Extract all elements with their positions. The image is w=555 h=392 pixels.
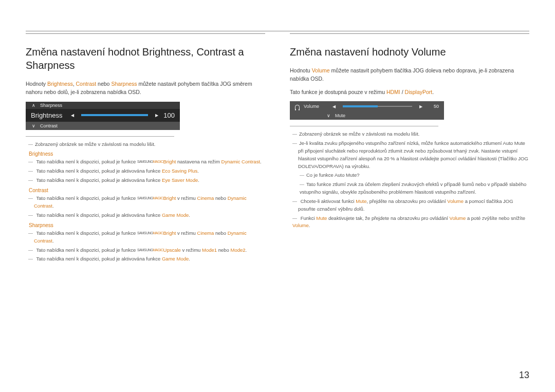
t: Tato nabídka není k dispozici, pokud je …: [36, 168, 162, 174]
chevron-up-icon: ∧: [31, 103, 36, 108]
brightness-slider: [81, 115, 148, 116]
note-model: Zobrazený obrázek se může v závislosti n…: [298, 130, 529, 138]
note: Tato nabídka není k dispozici, pokud je …: [34, 167, 265, 175]
right-column: Změna nastavení hodnoty Volume Hodnotu V…: [290, 33, 529, 265]
note: Tato nabídka není k dispozici, pokud je …: [34, 247, 265, 254]
t: nebo: [217, 247, 230, 253]
volume-osd: Volume ◀ ▶ 50 ∨ Mute: [290, 101, 444, 120]
osd-value: 100: [162, 111, 175, 119]
note-mute: Chcete-li aktivovat funkci Mute, přejdět…: [298, 198, 529, 213]
triangle-left-icon: ◀: [332, 104, 336, 109]
t: MAGICUpscale: [153, 247, 181, 253]
note-automute: Je-li kvalita zvuku připojeného vstupníh…: [298, 140, 529, 170]
brightness-osd: ∧ Sharpness Brightness ◀ ▶ 100 ∨ Contras…: [26, 102, 180, 130]
triangle-right-icon: ▶: [155, 113, 158, 118]
t: .: [189, 212, 190, 218]
t: Game Mode: [162, 212, 189, 218]
osd-volume-value: 50: [427, 104, 439, 109]
right-intro: Hodnotu Volume můžete nastavit pohybem t…: [290, 67, 529, 83]
triangle-left-icon: ◀: [71, 113, 74, 118]
t: .: [198, 177, 199, 183]
kw-hdmi: HDMI: [386, 89, 400, 95]
left-column: Změna nastavení hodnot Brightness, Contr…: [26, 33, 265, 265]
t: Mode2: [231, 247, 246, 253]
kw-contrast: Contrast: [76, 81, 96, 87]
t: MAGICBright: [153, 230, 176, 236]
osd-mute-row: ∨ Mute: [290, 111, 444, 120]
subhead-contrast: Contrast: [29, 188, 265, 193]
t: Volume: [447, 198, 464, 204]
t: Game Mode: [162, 256, 189, 262]
kw-brightness: Brightness: [47, 81, 73, 87]
page-number: 13: [519, 370, 529, 381]
note: Tato nabídka není k dispozici, pokud je …: [34, 158, 265, 166]
slider-fill: [81, 114, 148, 116]
t: v režimu: [176, 195, 197, 201]
t: Cinema: [197, 230, 214, 236]
t: Volume: [292, 222, 309, 228]
t: Hodnotu: [290, 67, 312, 73]
note: Tato nabídka není k dispozici, pokud je …: [34, 195, 265, 210]
t: .: [260, 159, 262, 164]
triangle-right-icon: ▶: [419, 104, 422, 109]
headphone-icon: [295, 105, 300, 109]
t: Mode1: [202, 247, 217, 253]
divider: [26, 136, 174, 137]
t: MAGIC: [153, 248, 163, 252]
t: a poté zvýšíte nebo snížíte: [466, 215, 525, 221]
t: MAGIC: [153, 196, 163, 200]
t: Funkci: [301, 215, 317, 221]
t: Tato nabídka není k dispozici, pokud je …: [36, 212, 162, 218]
t: Cinema: [197, 195, 214, 201]
t: MAGIC: [153, 231, 163, 235]
t: .: [432, 89, 434, 95]
t: Hodnoty: [26, 81, 47, 87]
t: Bright: [163, 195, 176, 201]
t: Tato nabídka není k dispozici, pokud je …: [36, 159, 137, 164]
osd-prev-label: Sharpness: [40, 103, 62, 108]
left-heading: Změna nastavení hodnot Brightness, Contr…: [26, 45, 265, 72]
t: Bright: [163, 230, 176, 236]
t: .: [246, 247, 247, 253]
t: .: [197, 168, 199, 174]
note: Tato nabídka není k dispozici, pokud je …: [34, 212, 265, 219]
t: SAMSUNG: [137, 248, 153, 252]
t: v režimu: [181, 247, 202, 253]
t: Eco Saving Plus: [162, 168, 197, 174]
page-content: Změna nastavení hodnot Brightness, Contr…: [26, 31, 529, 265]
t: Chcete-li aktivovat funkci: [301, 198, 356, 204]
t: /: [400, 89, 405, 95]
t: nebo: [96, 81, 111, 87]
t: nastavena na režim: [176, 159, 221, 164]
t: Eye Saver Mode: [162, 177, 198, 183]
t: SAMSUNG: [137, 231, 153, 235]
osd-next-label: Contrast: [40, 123, 58, 128]
t: MAGICBright: [153, 159, 176, 164]
note: Tato nabídka není k dispozici, pokud je …: [34, 230, 265, 245]
t: Tato nabídka není k dispozici, pokud je …: [36, 247, 137, 253]
t: Tato nabídka není k dispozici, pokud je …: [36, 256, 162, 262]
note: Tato nabídka není k dispozici, pokud je …: [34, 255, 265, 263]
note-model: Zobrazený obrázek se může v závislosti n…: [34, 141, 265, 148]
note-q: Co je funkce Auto Mute?: [305, 172, 529, 179]
t: Mute: [316, 215, 327, 221]
osd-current-row: Brightness ◀ ▶ 100: [26, 109, 180, 122]
t: Dynamic Contrast: [221, 159, 261, 164]
t: , přejděte na obrazovku pro ovládání: [366, 198, 447, 204]
left-intro: Hodnoty Brightness, Contrast nebo Sharpn…: [26, 80, 265, 97]
t: SAMSUNG: [137, 196, 153, 200]
t: Tato nabídka není k dispozici, pokud je …: [36, 177, 162, 183]
osd-next-row: ∨ Contrast: [26, 122, 180, 130]
t: MAGIC: [153, 160, 163, 163]
volume-slider: [343, 106, 412, 107]
t: .: [52, 238, 54, 244]
osd-current-label: Brightness: [31, 111, 67, 119]
t: Mute: [356, 198, 366, 204]
osd-volume-label: Volume: [304, 104, 328, 109]
divider: [290, 126, 438, 126]
t: MAGICBright: [153, 195, 176, 201]
slider-fill: [343, 105, 378, 107]
t: nebo: [214, 230, 227, 236]
note-qa: Tato funkce ztlumí zvuk za účelem zlepše…: [300, 181, 529, 196]
t: .: [309, 222, 310, 228]
